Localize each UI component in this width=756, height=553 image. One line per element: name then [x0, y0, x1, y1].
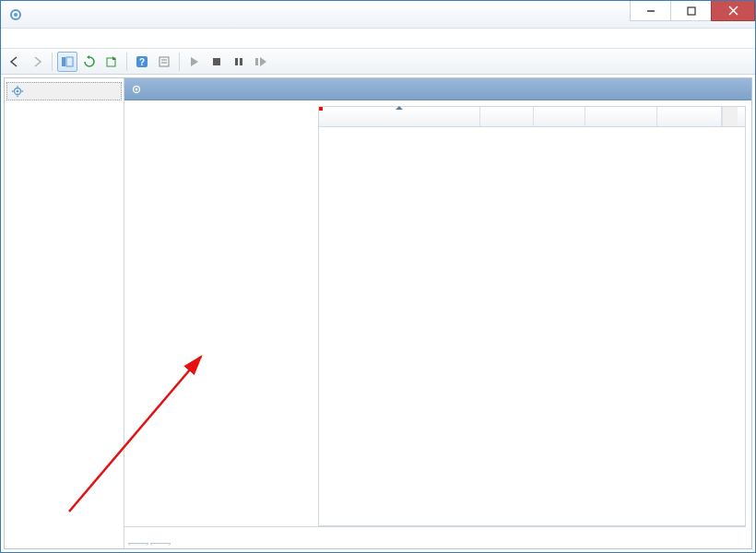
col-header-desc[interactable]	[480, 107, 534, 126]
window-controls	[631, 1, 755, 21]
col-header-status[interactable]	[534, 107, 585, 126]
services-icon	[11, 85, 24, 98]
pane-header	[124, 78, 751, 100]
services-window: ?	[0, 0, 756, 553]
restart-service-button[interactable]	[251, 52, 271, 72]
menu-file[interactable]	[6, 37, 18, 41]
col-header-name[interactable]	[319, 107, 480, 126]
show-tree-button[interactable]	[57, 52, 77, 72]
nav-back-button[interactable]	[5, 52, 25, 72]
col-header-logon[interactable]	[657, 107, 722, 126]
tab-extended[interactable]	[128, 543, 148, 546]
stop-service-button[interactable]	[207, 52, 227, 72]
start-service-button[interactable]	[184, 52, 205, 72]
svg-point-1	[14, 13, 18, 17]
tree-pane	[5, 78, 124, 548]
titlebar	[1, 1, 755, 29]
close-button[interactable]	[711, 1, 755, 21]
help-button[interactable]: ?	[132, 52, 152, 72]
menu-action[interactable]	[19, 37, 30, 41]
services-list	[318, 106, 746, 526]
toolbar: ?	[1, 49, 755, 75]
svg-rect-16	[240, 58, 242, 65]
minimize-button[interactable]	[630, 1, 671, 21]
toolbar-separator	[179, 53, 180, 71]
svg-point-19	[17, 90, 19, 93]
nav-forward-button[interactable]	[27, 52, 47, 72]
svg-point-21	[136, 88, 138, 90]
svg-rect-6	[62, 57, 65, 66]
svg-rect-7	[66, 57, 73, 66]
toolbar-separator	[126, 53, 127, 71]
refresh-button[interactable]	[79, 52, 100, 72]
description-panel	[124, 100, 318, 526]
menu-help[interactable]	[45, 37, 56, 41]
svg-rect-11	[159, 57, 169, 66]
app-icon	[8, 7, 23, 22]
svg-rect-15	[235, 58, 238, 65]
menubar	[1, 29, 755, 49]
tree-root-item[interactable]	[6, 82, 122, 100]
detail-pane	[124, 78, 751, 548]
col-header-startup[interactable]	[585, 107, 657, 126]
export-button[interactable]	[101, 52, 122, 72]
list-rows	[319, 127, 745, 525]
toolbar-separator	[52, 53, 53, 71]
content-area	[4, 77, 752, 549]
services-icon	[130, 83, 143, 96]
pause-service-button[interactable]	[229, 52, 249, 72]
svg-text:?: ?	[139, 57, 145, 67]
tab-standard[interactable]	[150, 543, 171, 546]
tabs-bar	[124, 526, 746, 545]
svg-rect-3	[688, 7, 695, 15]
list-header	[319, 107, 745, 127]
pane-body	[124, 100, 751, 526]
maximize-button[interactable]	[670, 1, 712, 21]
menu-view[interactable]	[32, 37, 43, 41]
svg-rect-14	[213, 58, 220, 65]
properties-button[interactable]	[154, 52, 174, 72]
svg-rect-17	[255, 58, 258, 65]
sort-indicator-icon	[396, 106, 403, 110]
col-header-scroll	[722, 107, 738, 126]
